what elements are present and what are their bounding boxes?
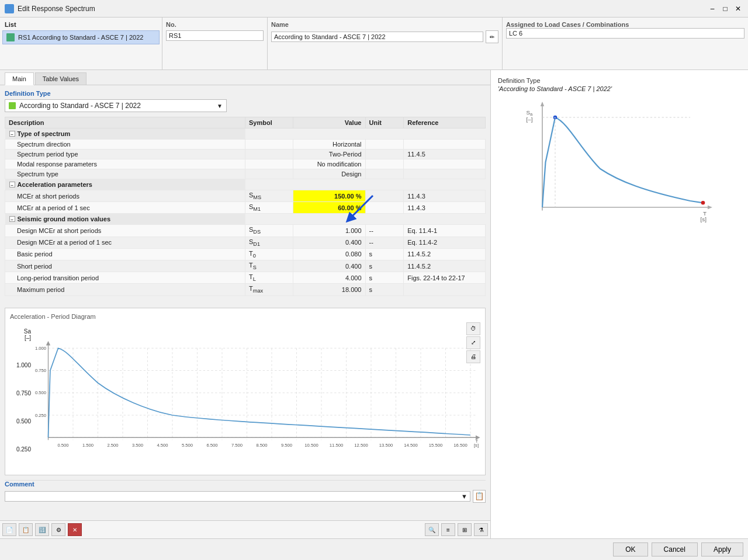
- ok-button[interactable]: OK: [613, 542, 647, 556]
- top-bar: List RS1 According to Standard - ASCE 7 …: [0, 18, 748, 70]
- comment-dropdown[interactable]: ▼: [5, 491, 470, 502]
- row-sd1-value: 0.400: [293, 236, 365, 248]
- row-sds-symbol: SDS: [245, 225, 293, 236]
- chart-toolbar: ⏱ ⤢ 🖨: [466, 322, 480, 363]
- search-button[interactable]: 🔍: [425, 523, 439, 536]
- y-val-2: 0.750: [10, 390, 31, 396]
- cancel-button[interactable]: Cancel: [652, 542, 698, 556]
- svg-text:0.500: 0.500: [35, 390, 46, 395]
- copy-button[interactable]: 📋: [19, 523, 33, 536]
- assigned-value: LC 6: [506, 28, 744, 39]
- row-spectrum-type-ref: [404, 169, 486, 179]
- comment-paste-button[interactable]: 📋: [473, 490, 486, 503]
- minimize-button[interactable]: –: [707, 4, 718, 14]
- svg-text:1.500: 1.500: [82, 442, 94, 447]
- no-label: No.: [166, 21, 264, 28]
- svg-text:[s]: [s]: [474, 442, 479, 447]
- name-edit-button[interactable]: ✏: [486, 30, 498, 43]
- row-t0-value: 0.080: [293, 248, 365, 260]
- row-sds-value: 1.000: [293, 225, 365, 236]
- svg-text:7.500: 7.500: [231, 442, 243, 447]
- renumber-button[interactable]: 🔢: [35, 523, 49, 536]
- row-t0-unit: s: [365, 248, 404, 260]
- col-header-desc: Description: [5, 117, 245, 128]
- row-ts-ref: 11.4.5.2: [404, 260, 486, 272]
- filter-button[interactable]: ⚗: [474, 523, 488, 536]
- main-tab-content: Definition Type According to Standard - …: [0, 85, 490, 520]
- chart-tool-clock[interactable]: ⏱: [466, 322, 480, 335]
- row-sds-ref: Eq. 11.4-1: [404, 225, 486, 236]
- list-panel: List RS1 According to Standard - ASCE 7 …: [0, 18, 162, 69]
- mini-chart-svg: Sa [–] T [s]: [498, 98, 741, 227]
- row-tl-symbol: TL: [245, 272, 293, 284]
- name-input[interactable]: According to Standard - ASCE 7 | 2022: [271, 32, 483, 42]
- window-title: Edit Response Spectrum: [18, 5, 95, 13]
- row-t0-symbol: T0: [245, 248, 293, 260]
- row-period-type-desc: Spectrum period type: [5, 149, 245, 159]
- row-t0-desc: Basic period: [5, 248, 245, 260]
- apply-button[interactable]: Apply: [701, 542, 743, 556]
- comment-section: Comment ▼ 📋: [5, 480, 486, 503]
- chart-tool-zoom[interactable]: ⤢: [466, 336, 480, 349]
- list-view-button[interactable]: ≡: [441, 523, 455, 536]
- right-panel: Definition Type 'According to Standard -…: [491, 70, 748, 538]
- chart-area: 0.500 1.500 2.500 3.500 4.500 5.500 6.50…: [33, 322, 480, 470]
- row-modal-unit: [365, 159, 404, 169]
- list-item-icon: [6, 33, 15, 41]
- name-value: According to Standard - ASCE 7 | 2022: [274, 33, 386, 40]
- row-tl-value: 4.000: [293, 272, 365, 284]
- row-t0-ref: 11.4.5.2: [404, 248, 486, 260]
- assigned-panel: Assigned to Load Cases / Combinations LC…: [503, 18, 748, 69]
- svg-text:10.500: 10.500: [304, 442, 318, 447]
- app-icon: [5, 4, 14, 13]
- collapse-btn-accel[interactable]: –: [9, 182, 15, 187]
- svg-text:11.500: 11.500: [330, 442, 343, 447]
- row-sd1-unit: --: [365, 236, 404, 248]
- row-period-type-value: Two-Period: [293, 149, 365, 159]
- tab-table-values[interactable]: Table Values: [35, 72, 86, 85]
- left-content: Main Table Values Definition Type Accord…: [0, 70, 491, 538]
- no-panel: No. RS1: [162, 18, 268, 69]
- delete-button[interactable]: ✕: [68, 523, 82, 536]
- row-sd1-symbol: SD1: [245, 236, 293, 248]
- svg-text:0.500: 0.500: [57, 442, 68, 447]
- mini-chart-container: Sa [–] T [s]: [498, 98, 741, 531]
- svg-text:8.500: 8.500: [256, 442, 267, 447]
- maximize-button[interactable]: □: [720, 4, 730, 14]
- row-mcer-1sec-ref: 11.4.3: [404, 202, 486, 214]
- table-row: Basic period T0 0.080 s 11.4.5.2: [5, 248, 486, 260]
- chart-svg: 0.500 1.500 2.500 3.500 4.500 5.500 6.50…: [33, 322, 480, 468]
- y-val-3: 0.500: [10, 418, 31, 425]
- row-spectrum-direction-symbol: [245, 140, 293, 149]
- row-spectrum-type-value: Design: [293, 169, 365, 179]
- new-button[interactable]: 📄: [2, 523, 16, 536]
- list-item[interactable]: RS1 According to Standard - ASCE 7 | 202…: [2, 30, 160, 44]
- params-table: Description Symbol Value Unit Reference …: [5, 117, 486, 296]
- row-mcer-1sec-value[interactable]: 60.00 %: [293, 202, 365, 214]
- comment-arrow: ▼: [461, 493, 468, 500]
- name-label: Name: [271, 21, 498, 28]
- row-spectrum-direction-desc: Spectrum direction: [5, 140, 245, 149]
- row-mcer-short-value[interactable]: 150.00 %: [293, 190, 365, 202]
- right-def-type-label: Definition Type: [498, 77, 741, 84]
- section-seismic: – Seismic ground motion values: [5, 214, 486, 225]
- table-row: Spectrum direction Horizontal: [5, 140, 486, 149]
- collapse-btn-seismic[interactable]: –: [9, 216, 15, 222]
- def-type-dropdown[interactable]: According to Standard - ASCE 7 | 2022 ▼: [5, 99, 227, 112]
- row-mcer-1sec-unit: [365, 202, 404, 214]
- section-type-label: Type of spectrum: [18, 130, 71, 137]
- table-row: Long-period transition period TL 4.000 s…: [5, 272, 486, 284]
- col-header-unit: Unit: [365, 117, 404, 128]
- row-sd1-ref: Eq. 11.4-2: [404, 236, 486, 248]
- row-modal-value: No modification: [293, 159, 365, 169]
- row-ts-symbol: TS: [245, 260, 293, 272]
- tab-main[interactable]: Main: [5, 72, 34, 85]
- row-modal-desc: Modal response parameters: [5, 159, 245, 169]
- collapse-btn-type[interactable]: –: [9, 131, 15, 137]
- chart-tool-print[interactable]: 🖨: [466, 350, 480, 363]
- row-tmax-unit: s: [365, 284, 404, 295]
- settings-button[interactable]: ⚙: [51, 523, 65, 536]
- table-view-button[interactable]: ⊞: [458, 523, 472, 536]
- svg-text:[–]: [–]: [527, 116, 533, 123]
- close-button[interactable]: ✕: [733, 4, 743, 14]
